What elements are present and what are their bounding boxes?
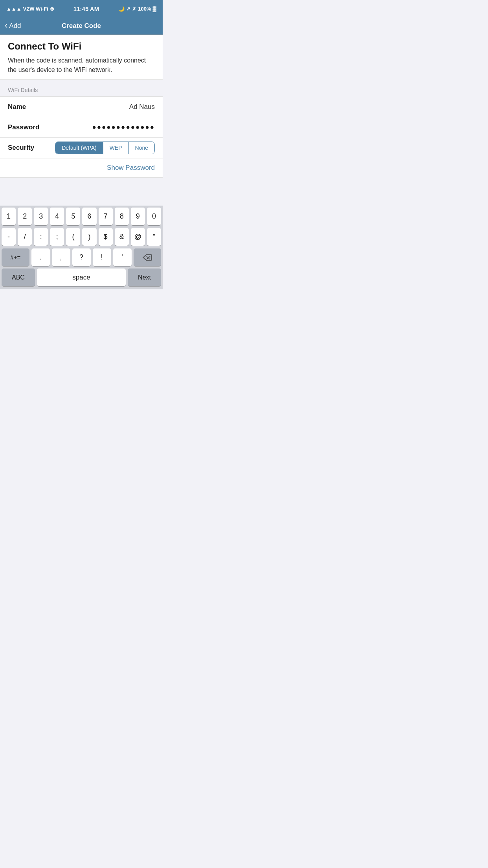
keyboard-bottom-row: ABC space Next (0, 267, 163, 289)
key-3[interactable]: 3 (34, 208, 48, 225)
key-abc[interactable]: ABC (2, 268, 35, 286)
wifi-details-header: WiFi Details (0, 80, 163, 96)
security-segmented-control: Default (WPA) WEP None (55, 142, 155, 154)
security-wpa-button[interactable]: Default (WPA) (55, 142, 103, 154)
page-header: Connect To WiFi When the code is scanned… (0, 35, 163, 80)
form-group: Name Ad Naus Password ●●●●●●●●●●●●● Secu… (0, 96, 163, 178)
back-button[interactable]: ‹ Add (5, 22, 21, 30)
keyboard-row-symbols: - / : ; ( ) $ & @ " (0, 226, 163, 246)
key-1[interactable]: 1 (2, 208, 16, 225)
page-description: When the code is scanned, automatically … (8, 56, 155, 75)
key-2[interactable]: 2 (18, 208, 32, 225)
scroll-content: Connect To WiFi When the code is scanned… (0, 35, 163, 184)
name-label: Name (8, 103, 26, 111)
battery-icon: ▓ (153, 6, 156, 12)
key-colon[interactable]: : (34, 228, 48, 246)
key-at[interactable]: @ (131, 228, 145, 246)
key-dollar[interactable]: $ (99, 228, 113, 246)
password-value: ●●●●●●●●●●●●● (92, 123, 155, 131)
wifi-details-section: WiFi Details Name Ad Naus Password ●●●●●… (0, 80, 163, 178)
status-bar: ▲▲▲ VZW Wi-Fi ⊜ 11:45 AM 🌙 ↗ ✗ 100% ▓ (0, 0, 163, 17)
name-value: Ad Naus (129, 103, 155, 111)
key-space[interactable]: space (37, 268, 126, 286)
key-5[interactable]: 5 (66, 208, 80, 225)
key-slash[interactable]: / (18, 228, 32, 246)
status-right: 🌙 ↗ ✗ 100% ▓ (118, 6, 156, 12)
spacer (0, 178, 163, 184)
page-heading: Connect To WiFi (8, 41, 155, 52)
password-row[interactable]: Password ●●●●●●●●●●●●● (0, 117, 163, 138)
key-open-paren[interactable]: ( (66, 228, 80, 246)
security-label: Security (8, 144, 34, 152)
key-next[interactable]: Next (128, 268, 161, 286)
key-9[interactable]: 9 (131, 208, 145, 225)
back-label: Add (9, 22, 21, 30)
nav-bar: ‹ Add Create Code (0, 17, 163, 35)
key-delete[interactable] (134, 248, 161, 266)
key-close-paren[interactable]: ) (82, 228, 96, 246)
security-none-button[interactable]: None (129, 142, 154, 154)
back-chevron-icon: ‹ (5, 21, 7, 30)
key-symbols-toggle[interactable]: #+= (2, 248, 29, 266)
key-ampersand[interactable]: & (115, 228, 129, 246)
key-semicolon[interactable]: ; (50, 228, 64, 246)
security-wep-button[interactable]: WEP (103, 142, 129, 154)
key-4[interactable]: 4 (50, 208, 64, 225)
status-left: ▲▲▲ VZW Wi-Fi ⊜ (6, 6, 54, 12)
wifi-icon: ⊜ (50, 6, 54, 12)
security-row: Security Default (WPA) WEP None (0, 138, 163, 158)
key-quote[interactable]: " (147, 228, 161, 246)
bluetooth-icon: ✗ (132, 6, 136, 12)
key-0[interactable]: 0 (147, 208, 161, 225)
key-comma[interactable]: , (52, 248, 70, 266)
keyboard-row-numbers: 1 2 3 4 5 6 7 8 9 0 (0, 206, 163, 226)
key-7[interactable]: 7 (99, 208, 113, 225)
key-6[interactable]: 6 (82, 208, 96, 225)
show-password-link[interactable]: Show Password (107, 164, 155, 171)
key-dash[interactable]: - (2, 228, 16, 246)
status-time: 11:45 AM (73, 6, 99, 12)
password-label: Password (8, 123, 39, 131)
name-row[interactable]: Name Ad Naus (0, 97, 163, 117)
keyboard-row-misc: #+= . , ? ! ' (0, 246, 163, 267)
key-apostrophe[interactable]: ' (113, 248, 132, 266)
keyboard: 1 2 3 4 5 6 7 8 9 0 - / : ; ( ) $ & @ " … (0, 206, 163, 289)
key-exclaim[interactable]: ! (93, 248, 111, 266)
nav-title: Create Code (62, 22, 101, 30)
moon-icon: 🌙 (118, 6, 125, 12)
key-8[interactable]: 8 (115, 208, 129, 225)
location-icon: ↗ (126, 6, 130, 12)
key-question[interactable]: ? (72, 248, 91, 266)
signal-icon: ▲▲▲ (6, 6, 22, 12)
key-period[interactable]: . (31, 248, 50, 266)
show-password-row[interactable]: Show Password (0, 158, 163, 178)
carrier-label: VZW Wi-Fi (23, 6, 48, 12)
battery-label: 100% (138, 6, 151, 12)
